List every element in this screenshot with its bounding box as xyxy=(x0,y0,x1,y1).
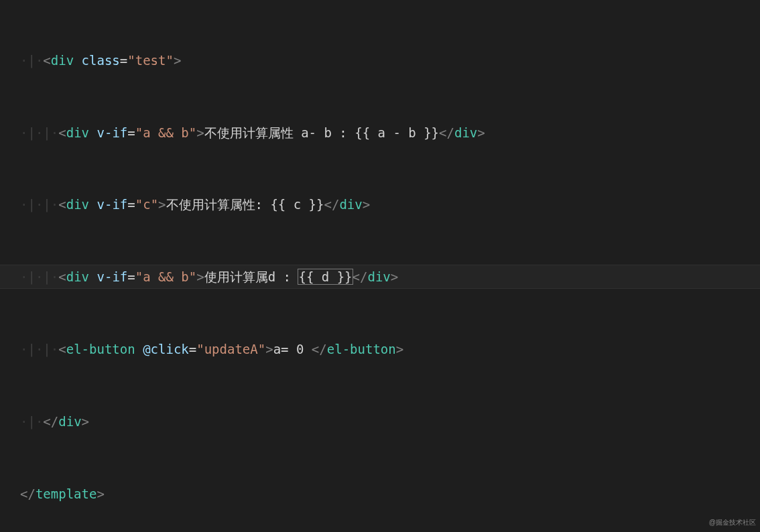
code-line: ·|·|·<el-button @click="updateA">a= 0 </… xyxy=(20,337,760,361)
code-editor[interactable]: ·|·<div class="test"> ·|·|·<div v-if="a … xyxy=(0,0,760,532)
code-line: ·|·</div> xyxy=(20,409,760,434)
selection-box: {{ d }} xyxy=(298,269,353,285)
code-line: ·|·<div class="test"> xyxy=(20,48,760,72)
code-line: ·|·|·<div v-if="c">不使用计算属性: {{ c }}</div… xyxy=(20,192,760,216)
code-line: ·|·|·<div v-if="a && b">不使用计算属性 a- b : {… xyxy=(20,121,760,145)
code-line-active: ·|·|·<div v-if="a && b">使用计算属d : {{ d }}… xyxy=(0,265,760,289)
watermark: @掘金技术社区 xyxy=(709,517,756,529)
code-line: </template> xyxy=(20,482,760,506)
